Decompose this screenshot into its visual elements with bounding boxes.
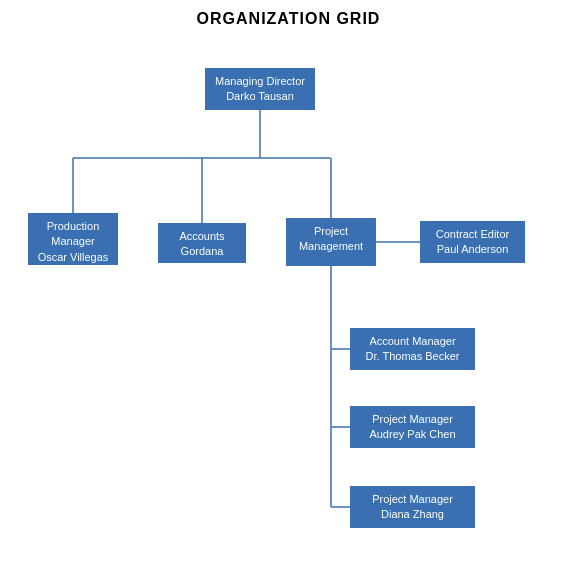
node-accounts: Accounts Gordana — [158, 223, 246, 263]
page-title: ORGANIZATION GRID — [10, 10, 567, 28]
node-project-manager-diana: Project Manager Diana Zhang — [350, 486, 475, 528]
node-contract-editor: Contract Editor Paul Anderson — [420, 221, 525, 263]
node-managing-director: Managing Director Darko Tausan — [205, 68, 315, 110]
node-project-management: Project Management — [286, 218, 376, 266]
node-project-manager-audrey: Project Manager Audrey Pak Chen — [350, 406, 475, 448]
node-account-manager: Account Manager Dr. Thomas Becker — [350, 328, 475, 370]
page: ORGANIZATION GRID Mana — [0, 0, 577, 568]
connector-lines — [10, 38, 567, 548]
org-chart: Managing Director Darko Tausan Productio… — [10, 38, 567, 548]
node-production-manager: Production Manager Oscar Villegas — [28, 213, 118, 265]
